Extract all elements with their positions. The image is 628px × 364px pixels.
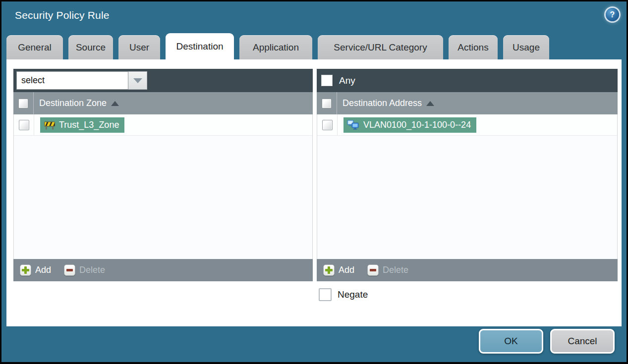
ok-button[interactable]: OK [479,329,543,354]
destination-zone-panel: select Destination Zone [13,69,313,281]
address-entry-label: VLAN0100_10-1-100-0--24 [363,120,471,130]
dialog-title: Security Policy Rule [15,9,110,21]
zone-header-checkbox[interactable] [18,99,28,108]
address-column-header[interactable]: Destination Address [343,98,434,108]
zone-header-checkbox-cell [13,92,34,114]
zone-add-label: Add [35,265,51,275]
cancel-button[interactable]: Cancel [550,329,615,354]
delete-minus-icon [64,264,75,276]
address-add-button[interactable]: Add [323,264,354,276]
zone-panel-toolbar: select [13,69,313,92]
tab-general[interactable]: General [6,35,63,59]
zone-icon [44,120,56,130]
zone-list: Trust_L3_Zone [13,114,313,259]
address-header-checkbox[interactable] [322,99,332,108]
tab-destination[interactable]: Destination [166,33,234,59]
add-plus-icon [20,264,31,276]
zone-entry-label: Trust_L3_Zone [59,120,119,130]
tab-source[interactable]: Source [68,35,113,59]
any-label: Any [339,75,355,86]
tab-usage[interactable]: Usage [503,35,549,59]
tab-service-url-category[interactable]: Service/URL Category [318,35,443,59]
zone-select-input[interactable]: select [16,71,128,90]
zone-row-checkbox-cell [14,114,34,135]
zone-column-header-label: Destination Zone [39,98,107,108]
address-row-checkbox[interactable] [322,120,333,130]
table-row[interactable]: Trust_L3_Zone [14,114,312,136]
zone-row-checkbox[interactable] [19,120,29,130]
tab-application[interactable]: Application [239,35,312,59]
zone-column-header[interactable]: Destination Zone [39,98,119,108]
destination-address-panel: Any Destination Address [317,69,618,281]
address-column-header-row: Destination Address [317,92,618,114]
tab-bar: General Source User Destination Applicat… [6,33,549,59]
zone-delete-button[interactable]: Delete [64,264,105,276]
zone-select-dropdown-button[interactable] [128,71,147,90]
screen: Security Policy Rule ? General Source Us… [0,0,628,364]
zone-column-header-row: Destination Zone [13,92,313,114]
add-plus-icon [323,264,335,276]
address-row-checkbox-cell [317,114,338,135]
any-checkbox[interactable] [321,75,333,86]
address-panel-toolbar: Any [317,69,618,92]
address-panel-footer: Add Delete [317,259,618,281]
tab-actions[interactable]: Actions [449,35,498,59]
zone-panel-footer: Add Delete [13,259,313,281]
negate-checkbox[interactable] [319,288,332,301]
zone-entry-chip[interactable]: Trust_L3_Zone [40,117,124,133]
table-row[interactable]: VLAN0100_10-1-100-0--24 [317,114,617,136]
zone-delete-label: Delete [79,265,105,275]
negate-label: Negate [338,289,368,300]
tab-user[interactable]: User [118,35,160,59]
negate-option: Negate [319,288,368,301]
chevron-down-icon [133,78,142,83]
address-delete-label: Delete [383,265,408,275]
security-policy-rule-dialog: Security Policy Rule ? General Source Us… [1,1,627,362]
address-entry-chip[interactable]: VLAN0100_10-1-100-0--24 [343,117,476,133]
address-delete-button[interactable]: Delete [367,264,408,276]
destination-tab-content: select Destination Zone [6,59,622,326]
any-row: Any [317,75,355,86]
help-icon[interactable]: ? [606,8,619,21]
zone-select-combobox: select [16,71,147,90]
sort-ascending-icon [426,101,434,106]
zone-add-button[interactable]: Add [20,264,51,276]
address-add-label: Add [339,265,354,275]
delete-minus-icon [367,264,379,276]
address-column-header-label: Destination Address [343,98,422,108]
network-icon [347,120,360,130]
address-header-checkbox-cell [317,92,337,114]
address-list: VLAN0100_10-1-100-0--24 [317,114,618,259]
sort-ascending-icon [111,101,119,106]
